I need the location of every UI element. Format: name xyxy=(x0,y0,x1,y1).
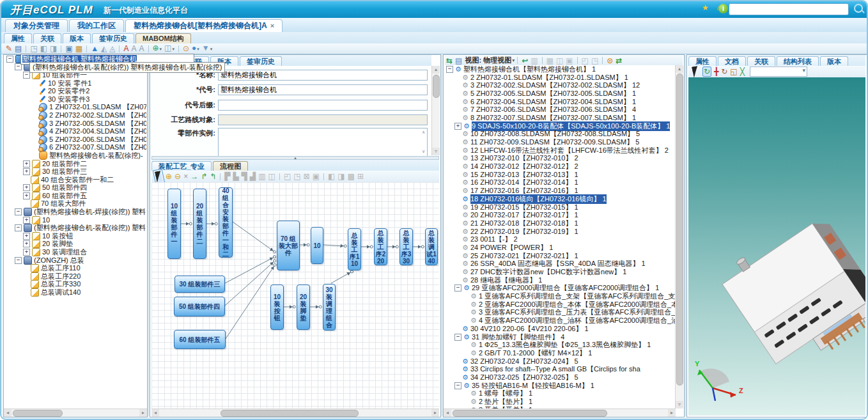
link-icon[interactable]: → xyxy=(190,172,198,181)
expand-all-icon[interactable]: ⊞ xyxy=(357,172,364,181)
distribute-h-icon[interactable]: ◰ xyxy=(284,172,291,181)
flow-node-4[interactable]: 10 xyxy=(311,227,323,264)
dropdown-arrow-icon[interactable]: ▾ xyxy=(210,47,213,51)
import-icon[interactable]: ▣ xyxy=(65,44,72,53)
same-height-icon[interactable]: ◨ xyxy=(337,172,345,181)
scroll-thumb[interactable] xyxy=(453,410,607,417)
back-icon[interactable]: ↩ xyxy=(522,56,528,65)
expand-icon[interactable]: + xyxy=(23,233,30,240)
rotate-icon[interactable]: ↻ xyxy=(702,66,711,77)
align-bottom-icon[interactable]: ▙ xyxy=(233,172,239,181)
align-center-icon[interactable]: ▥ xyxy=(258,172,265,181)
flow-node-2[interactable]: 40 组合安装部件一和二 xyxy=(219,187,233,258)
flow-node-11[interactable]: 60 组装部件五 xyxy=(174,330,226,349)
tab-close-icon[interactable]: × xyxy=(270,22,274,29)
scroll-right-icon[interactable]: ▸ xyxy=(668,409,676,417)
collapse-icon[interactable]: − xyxy=(454,284,461,292)
expand-icon[interactable]: + xyxy=(454,123,461,130)
layout2-icon[interactable]: ◳ xyxy=(591,56,598,65)
tree-row[interactable]: −(塑料热熔接铆合机-装配(徐挖)) 塑料 xyxy=(4,224,146,232)
link-up-icon[interactable]: ↱ xyxy=(201,172,207,181)
dropdown-arrow-icon[interactable]: ▾ xyxy=(172,47,174,51)
instance-field[interactable] xyxy=(218,128,428,157)
scroll-down-icon[interactable]: ▿ xyxy=(432,148,440,155)
sub-tab-3[interactable]: 签审历史 xyxy=(92,33,134,44)
suffix-field[interactable] xyxy=(218,100,428,111)
config-dropdown[interactable] xyxy=(750,66,807,77)
collapse-icon[interactable]: − xyxy=(15,208,22,215)
table-icon[interactable]: ▦ xyxy=(546,56,554,65)
structure-hscrollbar[interactable]: ◂ ▸ xyxy=(444,408,676,417)
flow-node-10[interactable]: 50 组装部件四 xyxy=(174,297,225,316)
edit-icon[interactable]: ✎ xyxy=(6,44,12,53)
canvas-hscrollbar[interactable]: ◂ ▸ xyxy=(151,408,439,417)
main-tab-1[interactable]: 我的工作区 xyxy=(69,19,124,32)
flow-node-1[interactable]: 20 组装部件二 xyxy=(193,189,206,259)
scroll-thumb[interactable] xyxy=(676,74,683,385)
select-tool[interactable] xyxy=(692,66,699,77)
sync-icon[interactable]: ⇄ xyxy=(616,56,622,65)
fit-icon[interactable]: ╳ xyxy=(740,67,745,76)
annotate-icon[interactable]: A xyxy=(123,44,128,53)
flow-node-12[interactable]: 10 装按钮 xyxy=(270,284,284,330)
cad-sync-icon[interactable]: ◬ xyxy=(109,44,115,53)
scroll-thumb[interactable] xyxy=(433,75,440,98)
bom-compare-icon[interactable]: ◳ xyxy=(30,44,37,53)
refresh-view-icon[interactable]: ⇆ xyxy=(446,56,453,65)
info-icon[interactable]: i xyxy=(718,4,728,13)
spin-icon[interactable]: ↻ xyxy=(721,67,727,76)
collapse-icon[interactable]: − xyxy=(15,224,22,231)
scroll-up-icon[interactable]: ▴ xyxy=(432,66,440,74)
more-icon[interactable]: ▼▾ xyxy=(202,43,212,54)
search-input[interactable] xyxy=(729,3,849,15)
zoom-window-icon[interactable]: ◱ xyxy=(730,67,737,76)
main-tab-0[interactable]: 对象分类管理 xyxy=(5,19,68,32)
scroll-down-icon[interactable]: ▿ xyxy=(676,401,683,408)
textarea-scroll-down-icon[interactable]: ∨ xyxy=(422,149,425,154)
fit-node-icon[interactable]: ▣ xyxy=(313,172,320,181)
same-size-icon[interactable]: ⊠ xyxy=(304,172,310,181)
align-left-icon[interactable]: ▜ xyxy=(242,172,247,181)
align-right-icon[interactable]: ▟ xyxy=(250,172,256,181)
view-selector[interactable]: 视图: 物理视图 xyxy=(465,56,511,65)
collapse-icon[interactable]: − xyxy=(454,382,461,389)
delete-icon[interactable]: × xyxy=(183,172,188,181)
tree-row[interactable]: −(塑料热熔接铆合机-焊接(徐挖)) 塑料 xyxy=(4,208,146,216)
route-field[interactable] xyxy=(218,114,428,125)
collapse-icon[interactable]: − xyxy=(15,63,22,70)
doc-view-icon[interactable]: ▤ xyxy=(455,56,462,65)
dropdown-arrow-icon[interactable]: ▾ xyxy=(197,47,199,51)
flow-node-7[interactable]: 总装工序330 xyxy=(399,228,413,265)
annotate-gray2-icon[interactable]: A xyxy=(139,44,144,53)
flow-node-0[interactable]: 10 组装部件一 xyxy=(167,189,181,259)
save-icon[interactable]: ▤ xyxy=(15,44,22,53)
scroll-left-icon[interactable]: ◂ xyxy=(4,409,12,417)
expand-icon[interactable]: ▥ xyxy=(531,56,538,65)
select-node-icon[interactable]: ▣ xyxy=(566,56,573,65)
pan-icon[interactable]: ╋ xyxy=(714,67,718,76)
flow-node-9[interactable]: 30 组装部件三 xyxy=(174,276,225,293)
chevron-down-icon[interactable]: ▾ xyxy=(512,58,515,63)
main-tab-2[interactable]: 塑料热熔接铆合机[塑料热熔接铆合机]A× xyxy=(125,19,283,32)
3d-viewport[interactable]: Y Z xyxy=(688,77,865,416)
favorite-icon[interactable]: ★ xyxy=(702,3,709,12)
textarea-scroll-up-icon[interactable]: ∧ xyxy=(422,130,425,135)
expand-icon[interactable]: + xyxy=(23,217,30,224)
same-width-icon[interactable]: ◧ xyxy=(328,172,335,181)
expand-icon[interactable]: + xyxy=(23,240,30,247)
expand-icon[interactable]: + xyxy=(23,168,30,175)
expand-icon[interactable]: + xyxy=(23,184,30,191)
grid-icon[interactable]: ▩ xyxy=(348,172,355,181)
code-field[interactable] xyxy=(218,84,428,95)
zoom-in-icon[interactable]: ⊕ xyxy=(166,172,172,181)
sub-tab-4[interactable]: MABOM结构 xyxy=(136,33,191,44)
align-middle-icon[interactable]: ◫ xyxy=(268,172,275,181)
find-icon[interactable]: ⊙ xyxy=(607,56,613,65)
search-icon[interactable]: ⊙ xyxy=(183,44,189,53)
scroll-right-icon[interactable]: ▸ xyxy=(139,409,147,417)
form-vscrollbar[interactable]: ▴ ▿ xyxy=(431,66,440,155)
flow-node-5[interactable]: 总装工序110 xyxy=(348,228,361,270)
cad-icon[interactable]: ▲ xyxy=(91,44,98,53)
sub-tab-0[interactable]: 属性 xyxy=(4,33,32,44)
view-mode-icon[interactable]: ◫▾ xyxy=(164,43,174,54)
